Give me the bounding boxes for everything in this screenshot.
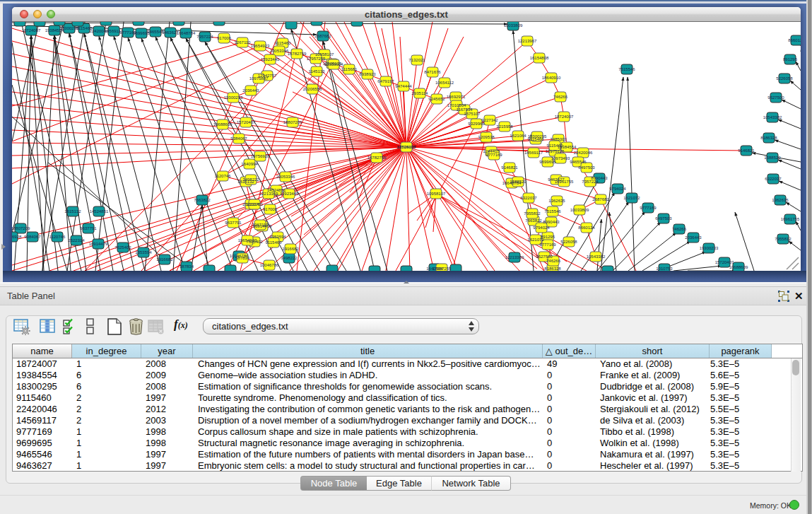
svg-text:746266: 746266 bbox=[672, 227, 687, 231]
svg-text:3498222: 3498222 bbox=[281, 256, 298, 260]
svg-text:10033809: 10033809 bbox=[570, 208, 589, 212]
svg-text:587834: 587834 bbox=[235, 256, 250, 260]
svg-text:1120746: 1120746 bbox=[215, 174, 232, 178]
svg-text:12359924: 12359924 bbox=[324, 62, 343, 66]
svg-text:3215958: 3215958 bbox=[496, 124, 513, 129]
svg-text:8990443: 8990443 bbox=[543, 220, 560, 224]
svg-text:1115681: 1115681 bbox=[341, 67, 358, 71]
svg-text:1353594: 1353594 bbox=[135, 250, 152, 255]
svg-text:1916682: 1916682 bbox=[156, 257, 173, 262]
svg-text:2036443: 2036443 bbox=[242, 88, 259, 93]
svg-text:18724007: 18724007 bbox=[396, 144, 416, 149]
svg-text:1588520: 1588520 bbox=[510, 180, 526, 184]
svg-text:7663822: 7663822 bbox=[525, 218, 542, 223]
svg-text:16961755: 16961755 bbox=[781, 217, 800, 221]
svg-text:15720407: 15720407 bbox=[237, 120, 256, 124]
svg-text:15692971: 15692971 bbox=[447, 95, 466, 99]
svg-text:9384067: 9384067 bbox=[24, 235, 41, 239]
svg-text:8471676: 8471676 bbox=[424, 70, 441, 74]
svg-text:1575107: 1575107 bbox=[464, 112, 481, 116]
svg-text:20053346: 20053346 bbox=[276, 175, 295, 179]
svg-text:8186328: 8186328 bbox=[760, 136, 777, 140]
svg-text:7515546: 7515546 bbox=[544, 209, 561, 214]
svg-text:7955812: 7955812 bbox=[524, 211, 541, 216]
svg-text:19300233: 19300233 bbox=[224, 95, 243, 100]
svg-text:12213967: 12213967 bbox=[518, 39, 537, 43]
svg-text:7357224: 7357224 bbox=[582, 180, 599, 184]
svg-text:1588520: 1588520 bbox=[764, 156, 781, 160]
svg-text:9465546: 9465546 bbox=[570, 160, 587, 164]
svg-text:587834: 587834 bbox=[180, 264, 194, 269]
svg-text:19300233: 19300233 bbox=[700, 246, 719, 250]
svg-text:1209538: 1209538 bbox=[478, 135, 495, 139]
svg-text:12213369: 12213369 bbox=[259, 192, 278, 196]
svg-text:9245652: 9245652 bbox=[428, 97, 445, 101]
svg-text:1145133: 1145133 bbox=[309, 69, 326, 74]
svg-text:18807209: 18807209 bbox=[12, 226, 30, 230]
svg-text:10958107: 10958107 bbox=[427, 192, 446, 196]
svg-text:8660124: 8660124 bbox=[578, 226, 595, 230]
svg-text:16154808: 16154808 bbox=[530, 56, 549, 60]
svg-text:18640910: 18640910 bbox=[542, 76, 561, 80]
svg-text:17957255: 17957255 bbox=[307, 57, 326, 61]
svg-text:19756928: 19756928 bbox=[251, 154, 270, 158]
svg-text:7485003: 7485003 bbox=[550, 137, 567, 141]
svg-text:14524851: 14524851 bbox=[90, 209, 109, 214]
svg-text:3267110: 3267110 bbox=[252, 223, 269, 227]
svg-text:12213369: 12213369 bbox=[505, 255, 524, 259]
svg-text:20206556: 20206556 bbox=[303, 87, 322, 91]
svg-text:3267110: 3267110 bbox=[235, 40, 252, 45]
svg-text:8938923: 8938923 bbox=[359, 72, 376, 76]
svg-text:1362635: 1362635 bbox=[772, 198, 789, 202]
svg-text:10688609: 10688609 bbox=[213, 122, 233, 127]
svg-text:18724007: 18724007 bbox=[555, 115, 574, 119]
svg-text:9474444: 9474444 bbox=[395, 84, 412, 88]
svg-text:9384067: 9384067 bbox=[230, 136, 247, 141]
svg-text:7357224: 7357224 bbox=[196, 35, 213, 39]
svg-text:6497503: 6497503 bbox=[655, 216, 672, 221]
svg-text:6322037: 6322037 bbox=[765, 177, 782, 181]
svg-text:3498222: 3498222 bbox=[242, 177, 259, 182]
svg-text:10543382: 10543382 bbox=[587, 255, 606, 259]
svg-text:9115460: 9115460 bbox=[266, 240, 283, 245]
svg-text:9699695: 9699695 bbox=[539, 160, 556, 164]
svg-text:10543382: 10543382 bbox=[763, 115, 782, 119]
svg-text:9115460: 9115460 bbox=[275, 41, 292, 45]
svg-text:2687682: 2687682 bbox=[314, 34, 331, 38]
svg-text:12923445: 12923445 bbox=[280, 192, 299, 196]
svg-text:9146821: 9146821 bbox=[501, 165, 518, 170]
svg-text:14569117: 14569117 bbox=[524, 151, 543, 155]
svg-text:891295: 891295 bbox=[783, 57, 798, 62]
svg-text:6479197: 6479197 bbox=[377, 79, 394, 83]
svg-text:9777169: 9777169 bbox=[640, 206, 657, 210]
svg-text:6322037: 6322037 bbox=[520, 196, 537, 200]
svg-text:7132021: 7132021 bbox=[408, 58, 425, 62]
svg-text:1362635: 1362635 bbox=[548, 199, 565, 203]
svg-text:2935114: 2935114 bbox=[412, 91, 429, 95]
svg-text:5226058: 5226058 bbox=[776, 76, 793, 81]
svg-text:1010753: 1010753 bbox=[246, 202, 263, 206]
svg-text:10975887: 10975887 bbox=[249, 76, 269, 81]
svg-text:1621072: 1621072 bbox=[623, 196, 640, 200]
svg-text:9227342: 9227342 bbox=[481, 118, 498, 122]
svg-text:1916682: 1916682 bbox=[282, 247, 299, 251]
svg-text:9777169: 9777169 bbox=[539, 243, 556, 247]
svg-text:9637791: 9637791 bbox=[80, 226, 97, 230]
svg-text:1621064: 1621064 bbox=[510, 134, 526, 138]
svg-text:2036443: 2036443 bbox=[685, 235, 702, 240]
svg-text:16648784: 16648784 bbox=[177, 31, 196, 35]
svg-text:19654923: 19654923 bbox=[238, 238, 257, 243]
svg-text:18807209: 18807209 bbox=[283, 120, 302, 124]
svg-text:7955812: 7955812 bbox=[775, 237, 792, 241]
svg-text:22420046: 22420046 bbox=[574, 151, 593, 155]
svg-text:12923445: 12923445 bbox=[261, 57, 280, 62]
svg-text:18300295: 18300295 bbox=[528, 134, 547, 139]
svg-text:7663822: 7663822 bbox=[194, 198, 211, 202]
svg-text:6497503: 6497503 bbox=[578, 165, 595, 170]
svg-text:746266: 746266 bbox=[553, 95, 568, 99]
svg-text:9777169: 9777169 bbox=[486, 153, 502, 157]
svg-text:917006: 917006 bbox=[263, 207, 278, 211]
svg-text:9527500: 9527500 bbox=[767, 95, 784, 100]
svg-text:19654923: 19654923 bbox=[251, 44, 270, 48]
svg-text:16914479: 16914479 bbox=[89, 242, 108, 246]
